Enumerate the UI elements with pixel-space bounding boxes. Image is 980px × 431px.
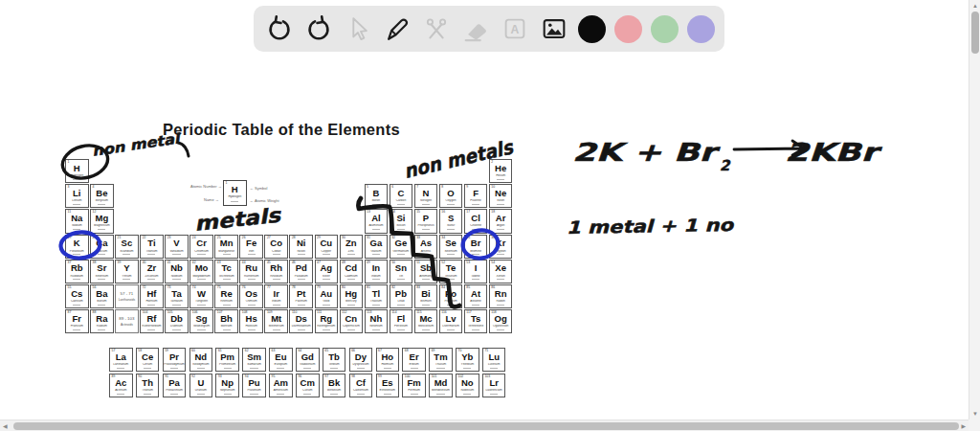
element-cell-Ta: 73TaTantalum (165, 284, 189, 308)
element-name: Hassium (240, 325, 262, 329)
element-symbol: W (190, 289, 212, 299)
scroll-up-arrow[interactable]: ▲ (972, 3, 978, 9)
element-name: Nickel (290, 250, 312, 254)
element-symbol: Cu (316, 238, 338, 248)
element-symbol: Be (91, 189, 113, 198)
element-name: Lanthanum (110, 363, 132, 367)
element-cell-Lr: 103LrLawrencium (482, 374, 506, 397)
color-swatch-green[interactable] (651, 15, 679, 43)
element-name: Protactinium (164, 389, 186, 393)
element-name: Rhodium (265, 275, 287, 279)
element-name: Seaborgium (190, 325, 212, 329)
text-tool-button[interactable]: A (500, 13, 530, 44)
element-cell-He: 2HeHelium (489, 159, 513, 183)
element-name: Scandium (116, 250, 138, 254)
equation-subscript: 2 (720, 157, 731, 174)
element-symbol: Ta (166, 289, 188, 299)
element-symbol: Cn (341, 314, 363, 324)
element-name: Yttrium (116, 275, 138, 279)
shapes-tool-button[interactable] (421, 13, 452, 44)
element-symbol: Ti (141, 238, 163, 248)
element-cell-C: 6CCarbon (390, 184, 413, 208)
element-cell-W: 74WTungsten (189, 284, 213, 308)
element-symbol: Pu (243, 378, 265, 388)
vertical-scrollbar[interactable]: ▲ ▼ (969, 0, 980, 420)
element-name: Tellurium (440, 275, 462, 279)
element-cell-Li: 3LiLithium (65, 184, 89, 208)
element-symbol: F (465, 189, 487, 198)
element-symbol: Ir (265, 289, 287, 299)
element-cell-Pm: 61PmPromethium (215, 348, 239, 372)
cursor-icon (344, 14, 372, 43)
element-name: Lead (390, 300, 412, 304)
element-cell-Sg: 106SgSeaborgium (189, 309, 213, 333)
eraser-tool-button[interactable] (460, 13, 491, 44)
element-symbol: Nb (166, 263, 188, 273)
element-symbol: Cr (190, 238, 212, 248)
select-tool-button[interactable] (343, 13, 373, 44)
color-swatch-black[interactable] (578, 15, 606, 43)
element-name: Gold (316, 300, 338, 304)
element-cell-N: 7NNitrogen (414, 184, 438, 208)
element-symbol: Ra (91, 314, 113, 324)
image-tool-button[interactable] (539, 13, 569, 44)
element-symbol: Zr (141, 263, 163, 273)
element-name: Dubnium (166, 325, 188, 329)
element-name: Livermorium (440, 325, 462, 329)
element-cell-Sm: 62SmSamarium (242, 348, 266, 372)
element-name: Fermium (403, 389, 425, 393)
color-swatch-pink[interactable] (614, 15, 642, 43)
element-name: Xenon (490, 275, 512, 279)
whiteboard-canvas[interactable]: Periodic Table of the Elements 1HHydroge… (0, 0, 980, 431)
element-cell-S: 16SSulfur (439, 209, 463, 233)
element-symbol: S (440, 214, 462, 223)
element-name: Krypton (490, 250, 512, 254)
scroll-left-arrow[interactable]: ◀ (3, 423, 8, 429)
element-name: Zinc (341, 250, 363, 254)
element-name: Thorium (137, 389, 159, 393)
color-swatch-purple[interactable] (687, 15, 715, 43)
undo-button[interactable] (264, 13, 295, 44)
equation-lhs: 2K + Br (572, 138, 722, 167)
element-cell-Cs: 55CsCaesium (65, 284, 89, 308)
element-cell-Cu: 29CuCopper (315, 235, 339, 259)
element-symbol: Sb (415, 263, 437, 273)
horizontal-scrollbar-thumb[interactable] (13, 422, 959, 430)
pen-tool-button[interactable] (382, 13, 412, 44)
element-name: Nitrogen (415, 199, 437, 203)
element-cell-Nd: 60NdNeodymium (189, 348, 213, 372)
equation-rhs: 2KBr (785, 138, 883, 167)
element-symbol: Ge (390, 238, 412, 248)
scroll-right-arrow[interactable]: ▶ (961, 423, 966, 429)
horizontal-scrollbar[interactable]: ◀ ▶ (0, 420, 969, 431)
element-name: Europium (270, 363, 292, 367)
element-cell-Sn: 50SnTin (390, 260, 413, 284)
element-symbol: Sm (243, 352, 265, 362)
element-cell-Mo: 42MoMolybdenum (189, 260, 213, 284)
element-name: Tennessine (465, 325, 487, 329)
element-name: Radon (490, 300, 512, 304)
element-cell-Pa: 91PaProtactinium (163, 374, 187, 397)
scroll-down-arrow[interactable]: ▼ (972, 411, 978, 417)
element-symbol: Eu (270, 352, 292, 362)
element-cell-Yb: 70YbYtterbium (456, 348, 479, 372)
placeholder-range: 57 - 71 (116, 291, 138, 296)
element-symbol: Er (403, 352, 425, 362)
element-name: Americium (270, 389, 292, 393)
element-name: Silver (316, 275, 338, 279)
equation-arrow (734, 141, 804, 155)
element-cell-At: 85AtAstatine (464, 284, 488, 308)
placeholder-cell-actinoids: 89 - 103Actinoids (115, 309, 139, 333)
redo-button[interactable] (303, 13, 334, 44)
legend-element-name: Hydrogen (224, 195, 246, 199)
element-name: Ytterbium (457, 363, 479, 367)
vertical-scrollbar-thumb[interactable] (971, 11, 979, 54)
element-symbol: Rf (141, 314, 163, 324)
element-name: Molybdenum (190, 275, 212, 279)
element-cell-Pb: 82PbLead (390, 284, 413, 308)
element-cell-Eu: 63EuEuropium (269, 348, 293, 372)
element-name: Bohrium (215, 325, 237, 329)
element-symbol: Tc (215, 263, 237, 273)
element-cell-Hs: 108HsHassium (239, 309, 263, 333)
element-name: Astatine (465, 300, 487, 304)
